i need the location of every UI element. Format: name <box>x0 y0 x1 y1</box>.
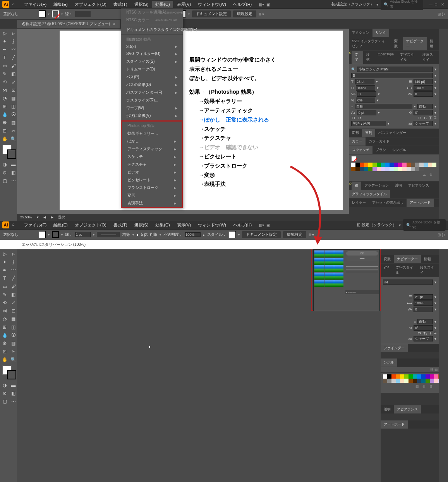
preset-dropdown-icon[interactable]: ▾ <box>376 2 378 7</box>
menu-stylize-ps[interactable]: 表現手法▶ <box>122 199 182 207</box>
menu-trim-marks[interactable]: トリムマーク(O) <box>121 65 183 73</box>
swatch[interactable] <box>364 167 368 171</box>
tab-swatches[interactable]: スウォッチ <box>349 146 372 154</box>
filter-ok-button[interactable]: OK <box>346 251 378 256</box>
arrange-icon[interactable]: ▦▾ <box>259 2 264 7</box>
swatch[interactable] <box>364 163 368 167</box>
collapsed-panel-strip[interactable] <box>439 29 448 221</box>
filter-slider-2[interactable] <box>346 269 378 269</box>
gradient-tool[interactable]: ◫ <box>10 103 17 110</box>
swatch[interactable] <box>434 374 438 379</box>
filter-cancel-button[interactable]: ━━━ <box>346 256 378 261</box>
swatch[interactable] <box>372 167 377 171</box>
tab-character[interactable]: 文字 <box>352 51 363 64</box>
menu-last-effect[interactable]: NTSC カラーAlt+Shift+Ctrl+E <box>121 16 183 24</box>
menu-window[interactable]: ウィンドウ(W) <box>195 1 229 8</box>
blend-tool[interactable]: ⦿ <box>10 111 17 118</box>
stroke-weight-input[interactable] <box>75 11 91 17</box>
tab-charstyle[interactable]: 文字スタイル <box>397 51 419 64</box>
zoom-tool[interactable]: 🔍 <box>10 135 17 143</box>
swatch[interactable] <box>419 167 424 171</box>
tab-actions[interactable]: アクション <box>349 29 372 37</box>
strike-icon[interactable]: T̶ <box>434 116 436 120</box>
none-mode-icon[interactable]: ⊘ <box>1 169 9 177</box>
tab-close-icon[interactable]: ✕ <box>112 22 115 26</box>
swatch[interactable] <box>426 374 430 379</box>
env-settings-2[interactable]: 環境設定 <box>283 231 306 238</box>
home-icon-2[interactable]: ⌂ <box>12 222 18 228</box>
menu-help[interactable]: ヘルプ(H) <box>230 1 255 8</box>
mesh-tool[interactable]: ⊞ <box>1 103 9 110</box>
swatch[interactable] <box>355 167 360 171</box>
fill-swatch[interactable] <box>39 10 46 17</box>
swatch[interactable] <box>351 167 355 171</box>
auto-select[interactable] <box>355 104 412 109</box>
filter-slider-1[interactable] <box>346 266 378 267</box>
swatch[interactable] <box>417 379 421 383</box>
caps-icon[interactable]: TT <box>351 116 355 120</box>
superscript-icon[interactable]: T¹ <box>418 116 421 120</box>
tab-layers[interactable]: レイヤー <box>349 199 369 207</box>
collapsed-panel-strip-2[interactable] <box>439 249 448 482</box>
symbol-sprayer-tool[interactable]: ❋ <box>1 119 9 127</box>
workspace-preset-2[interactable]: 初 設定（クラシック） <box>357 222 397 228</box>
tab-parastyle[interactable]: 段落スタイ <box>419 51 439 64</box>
pen-tool[interactable]: ✒ <box>1 46 9 53</box>
menu-view[interactable]: 表示(V) <box>174 1 194 8</box>
search-font-icon[interactable]: 🔍 <box>351 67 355 71</box>
menu-blur[interactable]: ぼかし▶ <box>122 137 182 145</box>
menu2-view[interactable]: 表示(V) <box>174 221 194 229</box>
swatch[interactable] <box>402 167 407 171</box>
swatch[interactable] <box>377 163 381 167</box>
stroke-swatch[interactable] <box>52 10 59 17</box>
menu-distort-ps[interactable]: 変形▶ <box>122 192 182 199</box>
gradient-mode-icon[interactable]: ▬ <box>10 161 17 168</box>
menu2-file[interactable]: ファイル(F) <box>21 221 50 229</box>
menu-svg-filter[interactable]: SVG フィルター(G)▶ <box>121 50 183 58</box>
swatch[interactable] <box>377 167 381 171</box>
menu-edit[interactable]: 編集(E) <box>50 1 71 8</box>
kerning-input[interactable] <box>357 91 376 97</box>
swatch[interactable] <box>396 374 400 379</box>
tab-gradient[interactable]: グラデーション <box>361 182 392 190</box>
stock-search-2[interactable]: 🔍Adobe Stock を検索 <box>403 219 446 231</box>
fill-dropdown-icon[interactable]: ▾ <box>48 12 50 16</box>
menu2-help[interactable]: ヘルプ(H) <box>230 221 255 229</box>
draw-mode-icon[interactable]: ◧ <box>10 169 17 177</box>
tab-appearance[interactable]: アピアランス <box>405 182 432 190</box>
swatch[interactable] <box>421 374 426 379</box>
menu-select[interactable]: 選択(S) <box>131 1 152 8</box>
tab-graphicstyles[interactable]: グラフィックスタイル <box>349 190 390 198</box>
menu-artistic[interactable]: アーティスティック▶ <box>122 145 182 153</box>
swatch[interactable] <box>396 379 400 383</box>
swatch[interactable] <box>372 163 377 167</box>
filter-window-tab[interactable]: エッジのポスタリゼーション (100%) <box>17 240 90 249</box>
artboard[interactable]: 展開ウィンドウの中が非常に小さく 表示されるメニュー ぼかし、ビデオ以外すべて。… <box>60 31 343 210</box>
swatch[interactable] <box>368 167 372 171</box>
tab-colorguide[interactable]: カラーガイド <box>366 137 393 146</box>
swatch[interactable] <box>360 167 364 171</box>
gpu-icon[interactable]: ▣ <box>266 2 270 7</box>
lasso-tool[interactable]: ⟆ <box>10 38 17 45</box>
panel-toggle-2[interactable]: ⊞ ⟩⟩ <box>438 233 445 237</box>
pct-input[interactable] <box>356 98 375 103</box>
type-tool[interactable]: T <box>1 54 9 62</box>
swatch[interactable] <box>413 374 417 379</box>
gpu-icon-2[interactable]: ▣ <box>266 223 270 227</box>
swatch[interactable] <box>383 374 387 379</box>
swatch[interactable] <box>411 167 415 171</box>
perspective-tool[interactable]: ▦ <box>10 94 17 102</box>
font-family-input[interactable] <box>357 67 433 72</box>
shaper-tool[interactable]: ✎ <box>1 70 9 78</box>
scale-tool[interactable]: ⤢ <box>10 78 17 86</box>
tab-pathfinder[interactable]: パスファインダー <box>375 129 409 137</box>
tab-color[interactable]: カラー <box>349 137 366 146</box>
tab-navigator[interactable]: ナビゲーター <box>403 37 427 50</box>
menu-distort[interactable]: パスの変形(D)▶ <box>121 81 183 89</box>
curvature-tool[interactable]: 〰 <box>10 46 17 53</box>
align-icon-2[interactable]: ⊪▾ <box>309 233 314 237</box>
tab-opentype[interactable]: OpenType <box>375 51 397 64</box>
width-tool[interactable]: ⋈ <box>1 86 9 94</box>
swatch[interactable] <box>426 379 430 383</box>
swatch[interactable] <box>409 379 413 383</box>
